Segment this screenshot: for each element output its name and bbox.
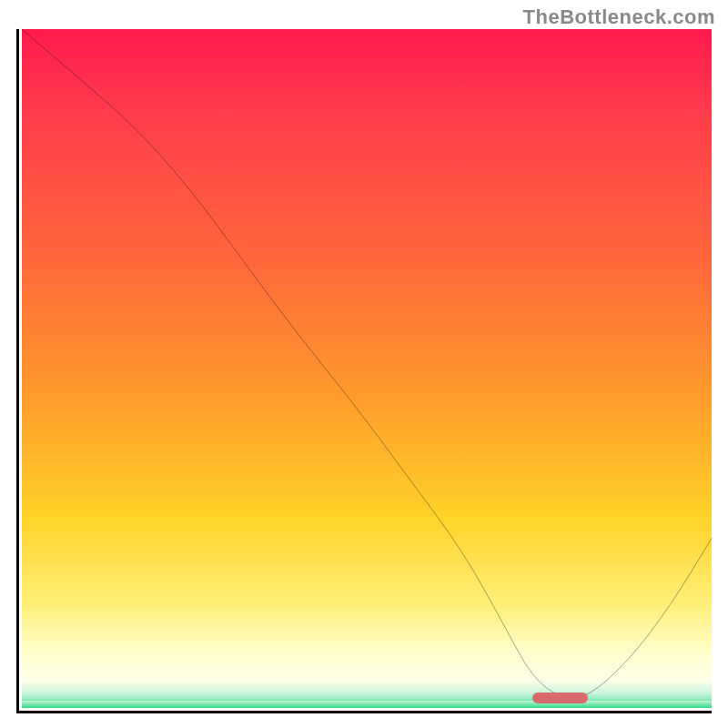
optimal-marker — [532, 693, 588, 703]
bottleneck-curve — [22, 29, 712, 708]
plot-axes — [16, 29, 712, 713]
chart-container: TheBottleneck.com — [0, 0, 728, 728]
watermark-text: TheBottleneck.com — [523, 5, 715, 29]
plot-background — [22, 29, 712, 708]
